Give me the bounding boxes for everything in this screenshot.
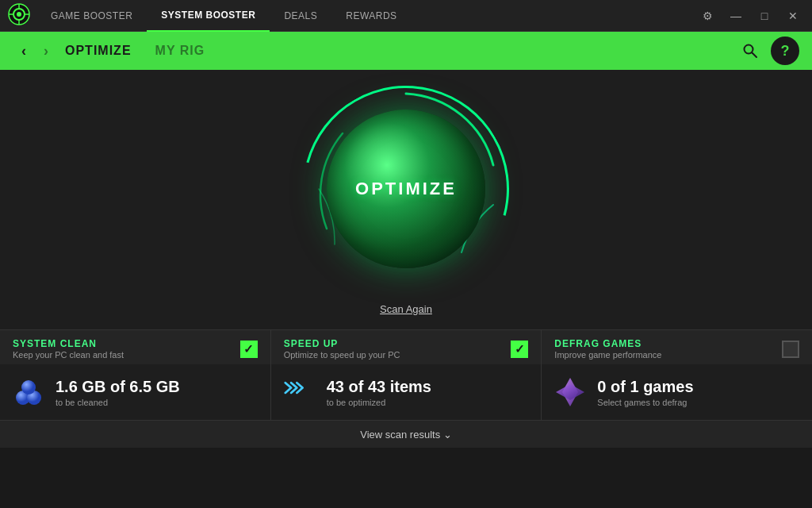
system-clean-detail: to be cleaned [56,398,180,407]
bubbles-icon [13,376,44,408]
card-system-clean-checkbox[interactable]: ✓ [240,341,258,358]
card-speed-up: SPEED UP Optimize to speed up your PC ✓ [271,330,542,420]
card-speed-up-subtitle: Optimize to speed up your PC [284,350,400,360]
svg-marker-13 [556,384,584,400]
search-button[interactable] [736,37,764,65]
defrag-games-stat: 0 of 1 games [597,378,693,396]
optimize-orb[interactable]: OPTIMIZE [303,86,509,292]
card-defrag-games: DEFRAG GAMES Improve game performance [542,330,812,420]
card-defrag-games-header: DEFRAG GAMES Improve game performance [542,330,812,364]
card-system-clean: SYSTEM CLEAN Keep your PC clean and fast… [0,330,271,420]
nav-game-booster[interactable]: GAME BOOSTER [36,0,147,32]
arrows-icon [284,376,316,408]
settings-icon[interactable]: ⚙ [696,5,718,27]
title-nav: GAME BOOSTER SYSTEM BOOSTER DEALS REWARD… [36,0,696,32]
card-system-clean-header: SYSTEM CLEAN Keep your PC clean and fast… [0,330,270,364]
svg-point-2 [17,12,21,17]
nav-rewards[interactable]: REWARDS [331,0,411,32]
card-defrag-games-body: 0 of 1 games Select games to defrag [542,364,812,420]
card-speed-up-body: 43 of 43 items to be optimized [271,364,542,420]
defrag-games-detail: Select games to defrag [597,398,693,407]
back-button[interactable]: ‹ [13,40,35,62]
card-defrag-games-subtitle: Improve game performance [554,350,661,360]
maximize-icon[interactable]: □ [753,5,776,27]
tab-my-rig[interactable]: MY RIG [155,44,205,58]
checkmark-icon: ✓ [243,342,254,356]
scan-again-button[interactable]: Scan Again [380,303,432,315]
bottom-cards: SYSTEM CLEAN Keep your PC clean and fast… [0,329,812,420]
card-speed-up-checkbox[interactable]: ✓ [511,341,528,358]
minimize-icon[interactable]: — [725,5,747,27]
system-clean-stat: 1.6 GB of 6.5 GB [56,378,180,396]
window-controls: ⚙ — □ ✕ [696,5,804,27]
checkmark-icon: ✓ [515,342,525,356]
app-logo [8,3,30,29]
card-system-clean-title: SYSTEM CLEAN [13,338,124,349]
diamond-icon [554,376,586,408]
view-scan-results-label: View scan results ⌄ [360,429,452,441]
close-icon[interactable]: ✕ [782,5,804,27]
forward-button[interactable]: › [35,40,57,62]
header-bar: ‹ › OPTIMIZE MY RIG ? [0,32,812,70]
speed-up-stat: 43 of 43 items [327,378,431,396]
nav-system-booster[interactable]: SYSTEM BOOSTER [147,0,270,32]
title-bar: GAME BOOSTER SYSTEM BOOSTER DEALS REWARD… [0,0,812,32]
main-content: OPTIMIZE Scan Again SYSTEM CLEAN Keep yo… [0,70,812,448]
card-defrag-games-checkbox[interactable] [782,341,799,358]
orb-ball[interactable]: OPTIMIZE [327,110,485,268]
card-speed-up-title: SPEED UP [284,338,400,349]
nav-deals[interactable]: DEALS [270,0,331,32]
card-system-clean-subtitle: Keep your PC clean and fast [13,350,124,360]
help-button[interactable]: ? [771,37,799,65]
header-tabs: OPTIMIZE MY RIG [65,44,736,58]
orb-label: OPTIMIZE [355,179,457,199]
card-defrag-games-title: DEFRAG GAMES [554,338,661,349]
card-speed-up-header: SPEED UP Optimize to speed up your PC ✓ [271,330,542,364]
tab-optimize[interactable]: OPTIMIZE [65,44,132,58]
speed-up-detail: to be optimized [327,398,431,407]
view-scan-results-button[interactable]: View scan results ⌄ [0,420,812,448]
header-actions: ? [736,37,799,65]
svg-point-11 [21,380,36,394]
svg-line-8 [753,53,757,58]
card-system-clean-body: 1.6 GB of 6.5 GB to be cleaned [0,364,270,420]
